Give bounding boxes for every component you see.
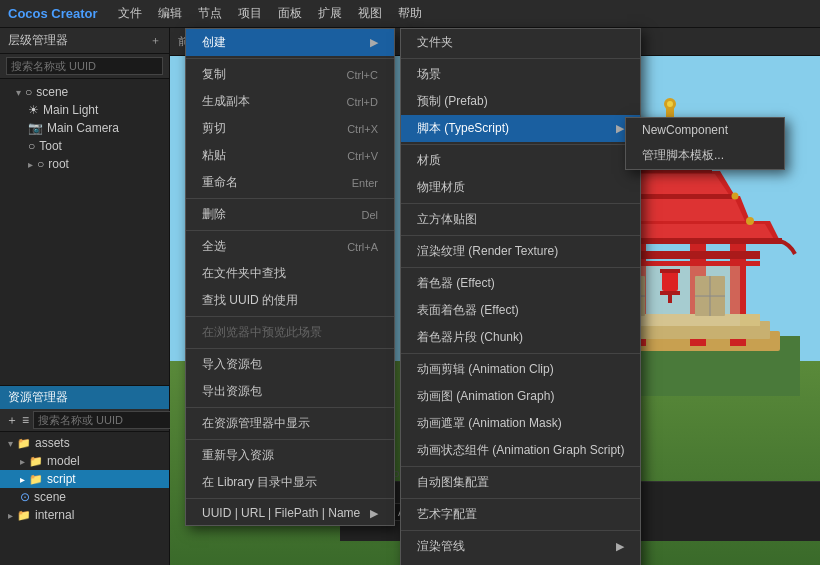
ctx-sep6 xyxy=(186,407,394,408)
submenu-surface-effect[interactable]: 表面着色器 (Effect) xyxy=(401,297,640,324)
internal-label: internal xyxy=(35,508,74,522)
hierarchy-search-input[interactable] xyxy=(6,57,163,75)
menu-edit[interactable]: 编辑 xyxy=(150,1,190,26)
ctx-find-uuid[interactable]: 查找 UUID 的使用 xyxy=(186,287,394,314)
ctx-find-in-folder[interactable]: 在文件夹中查找 xyxy=(186,260,394,287)
ctx-import-package[interactable]: 导入资源包 xyxy=(186,351,394,378)
submenu-effect[interactable]: 着色器 (Effect) xyxy=(401,270,640,297)
ctx-create[interactable]: 创建 ▶ xyxy=(186,29,394,56)
ctx-paste[interactable]: 粘贴 Ctrl+V xyxy=(186,142,394,169)
submenu-animation-clip[interactable]: 动画剪辑 (Animation Clip) xyxy=(401,356,640,383)
scene-icon: ○ xyxy=(25,85,32,99)
submenu-cubemap-label: 立方体贴图 xyxy=(417,211,477,228)
main-light-icon: ☀ xyxy=(28,103,39,117)
submenu-create[interactable]: 文件夹 场景 预制 (Prefab) 脚本 (TypeScript) ▶ 材质 … xyxy=(400,28,641,565)
asset-search-input[interactable] xyxy=(33,411,181,429)
asset-item-model[interactable]: ▸ 📁 model xyxy=(0,452,169,470)
asset-item-script[interactable]: ▸ 📁 script xyxy=(0,470,169,488)
model-folder-icon: 📁 xyxy=(29,455,43,468)
asset-item-scene[interactable]: ⊙ scene xyxy=(0,488,169,506)
ctx-delete[interactable]: 删除 Del xyxy=(186,201,394,228)
ctx-rename[interactable]: 重命名 Enter xyxy=(186,169,394,196)
submenu-label-art[interactable]: 艺术字配置 xyxy=(401,501,640,528)
script-label: script xyxy=(47,472,76,486)
asset-item-assets[interactable]: ▾ 📁 assets xyxy=(0,434,169,452)
submenu-cubemap[interactable]: 立方体贴图 xyxy=(401,206,640,233)
menu-help[interactable]: 帮助 xyxy=(390,1,430,26)
submenu-animation-graph-script-label: 动画状态组件 (Animation Graph Script) xyxy=(417,442,624,459)
internal-folder-icon: 📁 xyxy=(17,509,31,522)
ctx-cut[interactable]: 剪切 Ctrl+X xyxy=(186,115,394,142)
submenu-effect-label: 着色器 (Effect) xyxy=(417,275,495,292)
sub-sep7 xyxy=(401,466,640,467)
menu-project[interactable]: 项目 xyxy=(230,1,270,26)
ctx-show-in-explorer-label: 在资源管理器中显示 xyxy=(202,415,310,432)
submenu-manage-templates[interactable]: 管理脚本模板... xyxy=(626,142,784,169)
sub-sep3 xyxy=(401,203,640,204)
ctx-show-in-explorer[interactable]: 在资源管理器中显示 xyxy=(186,410,394,437)
submenu-script-ts[interactable]: 脚本 (TypeScript) ▶ xyxy=(401,115,640,142)
model-label: model xyxy=(47,454,80,468)
scene-label: scene xyxy=(36,85,68,99)
asset-item-internal[interactable]: ▸ 📁 internal xyxy=(0,506,169,524)
submenu-script-ts-label: 脚本 (TypeScript) xyxy=(417,120,509,137)
menu-view[interactable]: 视图 xyxy=(350,1,390,26)
submenu-auto-atlas[interactable]: 自动图集配置 xyxy=(401,469,640,496)
tree-item-scene[interactable]: ▾ ○ scene xyxy=(0,83,169,101)
context-menu[interactable]: 创建 ▶ 复制 Ctrl+C 生成副本 Ctrl+D 剪切 Ctrl+X 粘贴 … xyxy=(185,28,395,526)
submenu-script[interactable]: NewComponent 管理脚本模板... xyxy=(625,117,785,170)
submenu-scene[interactable]: 场景 xyxy=(401,61,640,88)
ctx-show-in-library-label: 在 Library 目录中显示 xyxy=(202,474,317,491)
menu-extension[interactable]: 扩展 xyxy=(310,1,350,26)
tree-item-main-light[interactable]: ☀ Main Light xyxy=(0,101,169,119)
hierarchy-add-icon[interactable]: ＋ xyxy=(150,33,161,48)
submenu-chunk[interactable]: 着色器片段 (Chunk) xyxy=(401,324,640,351)
ctx-select-all[interactable]: 全选 Ctrl+A xyxy=(186,233,394,260)
submenu-animation-graph-script[interactable]: 动画状态组件 (Animation Graph Script) xyxy=(401,437,640,464)
ctx-uuid-url[interactable]: UUID | URL | FilePath | Name ▶ xyxy=(186,501,394,525)
sub-sep8 xyxy=(401,498,640,499)
svg-rect-33 xyxy=(668,295,672,303)
submenu-animation-mask-label: 动画遮罩 (Animation Mask) xyxy=(417,415,562,432)
submenu-prefab[interactable]: 预制 (Prefab) xyxy=(401,88,640,115)
assets-label: assets xyxy=(35,436,70,450)
ctx-duplicate-shortcut: Ctrl+D xyxy=(347,96,378,108)
ctx-export-package[interactable]: 导出资源包 xyxy=(186,378,394,405)
submenu-animation-graph[interactable]: 动画图 (Animation Graph) xyxy=(401,383,640,410)
menu-panel[interactable]: 面板 xyxy=(270,1,310,26)
left-panel: 层级管理器 ＋ ▾ ○ scene ☀ Main Light 📷 Main Ca… xyxy=(0,28,170,565)
menu-file[interactable]: 文件 xyxy=(110,1,150,26)
tree-item-toot[interactable]: ○ Toot xyxy=(0,137,169,155)
ctx-duplicate[interactable]: 生成副本 Ctrl+D xyxy=(186,88,394,115)
ctx-preview-browser-label: 在浏览器中预览此场景 xyxy=(202,324,322,341)
submenu-new-component[interactable]: NewComponent xyxy=(626,118,784,142)
hierarchy-tree: ▾ ○ scene ☀ Main Light 📷 Main Camera ○ T… xyxy=(0,79,169,385)
ctx-export-package-label: 导出资源包 xyxy=(202,383,262,400)
submenu-physics-material-label: 物理材质 xyxy=(417,179,465,196)
submenu-script-ts-arrow: ▶ xyxy=(616,122,624,135)
submenu-folder[interactable]: 文件夹 xyxy=(401,29,640,56)
submenu-prefab-label: 预制 (Prefab) xyxy=(417,93,488,110)
submenu-animation-mask[interactable]: 动画遮罩 (Animation Mask) xyxy=(401,410,640,437)
submenu-render-texture[interactable]: 渲染纹理 (Render Texture) xyxy=(401,238,640,265)
ctx-create-label: 创建 xyxy=(202,34,226,51)
sub-sep9 xyxy=(401,530,640,531)
tree-item-main-camera[interactable]: 📷 Main Camera xyxy=(0,119,169,137)
submenu-render-pipeline[interactable]: 渲染管线 ▶ xyxy=(401,533,640,560)
script-folder-icon: 📁 xyxy=(29,473,43,486)
ctx-paste-shortcut: Ctrl+V xyxy=(347,150,378,162)
menu-node[interactable]: 节点 xyxy=(190,1,230,26)
ctx-rename-label: 重命名 xyxy=(202,174,238,191)
asset-add-icon[interactable]: ＋ xyxy=(6,412,18,429)
ctx-copy[interactable]: 复制 Ctrl+C xyxy=(186,61,394,88)
ctx-sep3 xyxy=(186,230,394,231)
ctx-sep4 xyxy=(186,316,394,317)
tree-item-root[interactable]: ▸ ○ root xyxy=(0,155,169,173)
asset-sort-icon[interactable]: ≡ xyxy=(22,413,29,427)
ctx-reimport[interactable]: 重新导入资源 xyxy=(186,442,394,469)
submenu-folder-label: 文件夹 xyxy=(417,34,453,51)
ctx-show-in-library[interactable]: 在 Library 目录中显示 xyxy=(186,469,394,496)
submenu-physics-material[interactable]: 物理材质 xyxy=(401,174,640,201)
submenu-material[interactable]: 材质 xyxy=(401,147,640,174)
assets-arrow: ▾ xyxy=(8,438,13,449)
